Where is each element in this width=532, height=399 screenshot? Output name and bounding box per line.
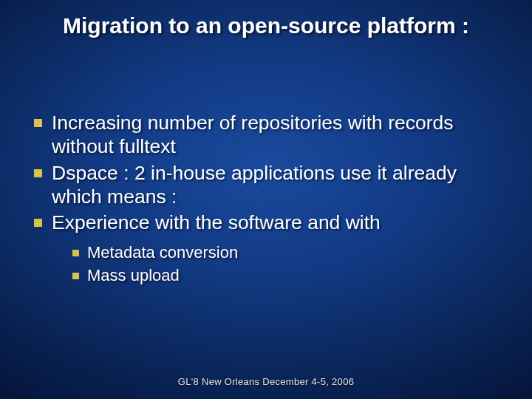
list-item: Mass upload: [72, 265, 502, 286]
slide-body: Increasing number of repositories with r…: [30, 111, 502, 288]
bullet-icon: [34, 169, 42, 177]
list-item: Experience with the software and with: [30, 211, 502, 234]
bullet-text: Dspace : 2 in-house applications use it …: [52, 161, 502, 209]
slide-footer: GL'8 New Orleans December 4-5, 2006: [0, 376, 532, 387]
bullet-text: Experience with the software and with: [52, 211, 381, 234]
list-item: Metadata conversion: [72, 242, 502, 263]
bullet-icon: [72, 250, 79, 256]
sub-list: Metadata conversion Mass upload: [30, 242, 502, 286]
bullet-icon: [72, 273, 79, 279]
list-item: Increasing number of repositories with r…: [30, 111, 502, 159]
bullet-icon: [34, 219, 42, 227]
bullet-text: Mass upload: [87, 265, 180, 286]
slide: Migration to an open-source platform : I…: [0, 0, 532, 399]
slide-title: Migration to an open-source platform :: [0, 13, 532, 38]
bullet-text: Metadata conversion: [87, 242, 238, 263]
bullet-text: Increasing number of repositories with r…: [52, 111, 502, 159]
list-item: Dspace : 2 in-house applications use it …: [30, 161, 502, 209]
bullet-icon: [34, 119, 42, 127]
